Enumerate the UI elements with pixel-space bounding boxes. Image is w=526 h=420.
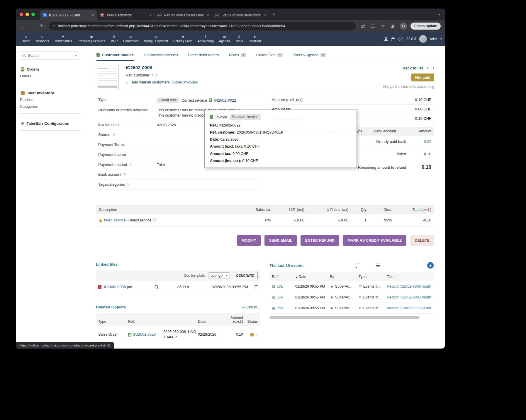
event-title-link[interactable]: Invoice IC2602-0006 validate [387, 306, 431, 310]
linked-file-link[interactable]: IC2602-0006.pdf [104, 285, 152, 289]
sales-order-link[interactable]: SO2602-0026 [133, 332, 156, 337]
menu-agenda[interactable]: ▦Agenda [216, 32, 233, 46]
browser-tab-backoffice[interactable]: T Taler Backoffice: [97, 10, 155, 20]
close-tab-icon[interactable] [91, 13, 95, 18]
close-window-button[interactable] [20, 13, 23, 16]
reload-button[interactable] [38, 23, 46, 29]
chevron-right-icon[interactable] [257, 333, 258, 337]
search-caret-icon[interactable] [75, 54, 77, 57]
menu-tools[interactable]: ⚙Tools [233, 32, 245, 46]
print-icon[interactable] [391, 38, 395, 41]
other-invoices-link[interactable]: (Other invoices) [172, 80, 198, 84]
generate-button[interactable]: GENERATE [233, 272, 258, 279]
profile-avatar[interactable]: B [400, 23, 407, 30]
menu-mrp[interactable]: ⚒MRP [108, 32, 120, 46]
company-link[interactable]: Taler walk-in customers [130, 80, 170, 84]
messages-icon[interactable] [355, 264, 360, 267]
tab-events-agenda[interactable]: Events/Agenda3 [293, 53, 326, 61]
menu-third-parties[interactable]: ⚑Third parties [52, 32, 75, 46]
edit-tags-icon[interactable] [127, 182, 130, 187]
event-ref-link[interactable]: 561 [276, 284, 283, 288]
tab-direct-debit-orders[interactable]: Direct debit orders [188, 53, 219, 61]
browser-tab-refund[interactable]: Refund available for Order to [155, 10, 212, 20]
menu-accounting[interactable]: ∑Accounting [195, 32, 216, 46]
link-to-link[interactable]: Link to... [242, 305, 260, 309]
talerbarr-config-header[interactable]: TalerBarr Configuration [20, 121, 81, 126]
edit-source-icon[interactable] [112, 133, 115, 137]
sidebar-item-orders[interactable]: Orders [20, 71, 81, 78]
menu-banks-cash[interactable]: ≣Banks | Cash [171, 32, 195, 46]
tab-contacts-addresses[interactable]: Contacts/Addresses [144, 53, 178, 61]
user-avatar[interactable] [419, 35, 427, 43]
minimize-window-button[interactable] [26, 13, 29, 16]
paid-back-value[interactable]: 0.00 [406, 139, 431, 144]
modify-button[interactable]: MODIFY [237, 235, 261, 246]
edit-bank-account-icon[interactable] [123, 173, 126, 177]
previous-record-icon[interactable] [427, 66, 428, 70]
talerbarr-icon: ◈ [253, 35, 256, 38]
sidebar-item-categories[interactable]: Categories [20, 102, 81, 109]
preview-zoom-icon[interactable] [155, 285, 159, 289]
corrected-invoice-link[interactable]: IN2602-0022 [214, 98, 236, 103]
close-tab-icon[interactable] [148, 13, 153, 18]
back-button[interactable] [19, 24, 27, 29]
invoice-preview-thumbnail[interactable] [96, 65, 119, 90]
menu-billing-payment[interactable]: ▥Billing | Payment [141, 32, 171, 46]
finish-update-button[interactable]: Finish update [410, 23, 441, 30]
extensions-icon[interactable] [388, 23, 396, 29]
list-view-icon[interactable] [376, 264, 380, 267]
tab-search-icon[interactable] [438, 12, 440, 16]
menu-products-services[interactable]: ▣Products | Services [75, 32, 108, 46]
new-tab-button[interactable] [272, 11, 275, 17]
tab-notes[interactable]: Notes1 [229, 53, 246, 61]
enter-refund-button[interactable]: ENTER REFUND [301, 235, 339, 246]
forward-button[interactable] [28, 24, 37, 29]
inventory-section-header[interactable]: Taler Inventory [20, 91, 81, 95]
menu-home[interactable]: ⌂Home [19, 32, 33, 46]
tab-linked-files[interactable]: Linked files1 [256, 53, 283, 61]
orders-section-header[interactable]: Orders [20, 67, 81, 71]
eye-off-icon[interactable] [361, 24, 365, 28]
help-icon[interactable] [398, 37, 403, 41]
edit-payment-method-icon[interactable] [129, 163, 132, 167]
mark-credit-available-button[interactable]: MARK AS CREDIT AVAILABLE [343, 235, 406, 246]
add-event-button[interactable] [427, 262, 434, 269]
search-input[interactable] [28, 54, 73, 58]
event-ref-link[interactable]: 560 [276, 295, 283, 299]
info-icon[interactable] [153, 218, 157, 223]
user-admin-icon[interactable] [384, 37, 388, 41]
delete-button[interactable]: DELETE [410, 235, 434, 246]
user-menu[interactable]: taler [430, 37, 437, 41]
horizontal-scrollbar[interactable] [269, 316, 420, 319]
doc-template-select[interactable]: sponge [208, 272, 230, 279]
delete-file-icon[interactable] [254, 285, 258, 289]
address-bar[interactable]: dolibarr.potuzhnyi.com/compta/facture/ca… [49, 22, 356, 30]
menu-commerce[interactable]: ▤Commerce [120, 32, 141, 46]
search-box[interactable] [20, 52, 79, 59]
chevron-down-icon[interactable] [440, 37, 442, 41]
date-header[interactable]: Date [295, 275, 330, 279]
product-link[interactable]: taler_service [104, 218, 126, 222]
bookmark-star-icon[interactable] [379, 23, 387, 29]
disc-value: 99% [366, 218, 392, 222]
browser-tab-order-status[interactable]: Status of your order forrefund [212, 10, 269, 20]
close-tab-icon[interactable] [206, 13, 210, 18]
menu-members[interactable]: ☺Members [33, 32, 52, 46]
event-title-link[interactable]: Record IC2602-0006 modifie [387, 284, 431, 288]
close-tab-icon[interactable] [263, 13, 268, 18]
event-title-link[interactable]: Record IC2602-0006 modifie [387, 295, 431, 299]
fullscreen-window-button[interactable] [31, 13, 35, 16]
edit-ref-customer-icon[interactable] [151, 73, 154, 77]
back-to-list-link[interactable]: Back to list [403, 66, 423, 70]
menu-talerbarr[interactable]: ◈TalerBarr [245, 32, 264, 46]
send-email-button[interactable]: SEND EMAIL [264, 235, 297, 246]
tab-customer-invoice[interactable]: Customer invoice [96, 53, 134, 61]
site-info-icon[interactable] [53, 24, 55, 28]
record-navigation: Back to list [403, 66, 434, 70]
browser-tab-card[interactable]: D IC2602-0006 - Card [40, 10, 97, 20]
sidebar-item-products[interactable]: Products [20, 95, 81, 102]
event-ref-link[interactable]: 559 [276, 306, 283, 310]
next-record-icon[interactable] [433, 66, 434, 70]
cast-icon[interactable] [371, 25, 375, 28]
amount-excl-label: Amount (excl. tax) [272, 98, 414, 102]
